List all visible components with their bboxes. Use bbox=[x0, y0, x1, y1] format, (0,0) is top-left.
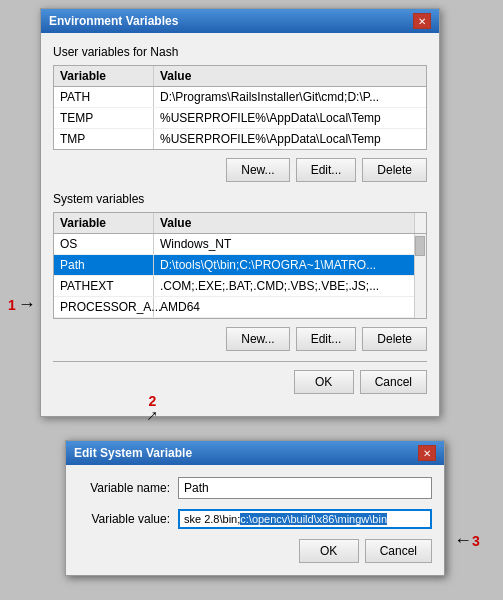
env-dialog-title: Environment Variables bbox=[49, 14, 178, 28]
variable-name-label: Variable name: bbox=[78, 481, 178, 495]
system-var-row-pathext[interactable]: PATHEXT .COM;.EXE;.BAT;.CMD;.VBS;.VBE;.J… bbox=[54, 276, 426, 297]
user-var-value-path: D:\Programs\RailsInstaller\Git\cmd;D:\P.… bbox=[154, 87, 426, 107]
user-var-name-path: PATH bbox=[54, 87, 154, 107]
annotation-1: 1 → bbox=[8, 294, 36, 315]
user-var-name-temp: TEMP bbox=[54, 108, 154, 128]
system-var-name-pathext: PATHEXT bbox=[54, 276, 154, 296]
annotation-3: ← 3 bbox=[454, 530, 480, 551]
env-dialog-body: User variables for Nash Variable Value P… bbox=[41, 33, 439, 416]
user-vars-section-label: User variables for Nash bbox=[53, 45, 427, 59]
edit-dialog-buttons: OK Cancel bbox=[78, 539, 432, 563]
user-vars-button-row: New... Edit... Delete bbox=[53, 158, 427, 182]
edit-ok-button[interactable]: OK bbox=[299, 539, 359, 563]
edit-system-var-dialog: Edit System Variable ✕ Variable name: Va… bbox=[65, 440, 445, 576]
edit-dialog-title: Edit System Variable bbox=[74, 446, 192, 460]
env-ok-button[interactable]: OK bbox=[294, 370, 354, 394]
scrollbar-thumb[interactable] bbox=[415, 236, 425, 256]
system-vars-section-label: System variables bbox=[53, 192, 427, 206]
user-delete-button[interactable]: Delete bbox=[362, 158, 427, 182]
system-var-row-path[interactable]: Path D:\tools\Qt\bin;C:\PROGRA~1\MATRO..… bbox=[54, 255, 426, 276]
edit-dialog-close-button[interactable]: ✕ bbox=[418, 445, 436, 461]
system-var-row-os[interactable]: OS Windows_NT bbox=[54, 234, 426, 255]
variable-name-input[interactable] bbox=[178, 477, 432, 499]
env-dialog-close-button[interactable]: ✕ bbox=[413, 13, 431, 29]
edit-cancel-button[interactable]: Cancel bbox=[365, 539, 432, 563]
variable-name-row: Variable name: bbox=[78, 477, 432, 499]
system-var-col-header: Variable bbox=[54, 213, 154, 233]
system-var-name-os: OS bbox=[54, 234, 154, 254]
system-var-name-processor: PROCESSOR_A... bbox=[54, 297, 154, 317]
user-var-col-header: Variable bbox=[54, 66, 154, 86]
env-dialog-bottom-buttons: OK Cancel bbox=[53, 370, 427, 394]
system-vars-scrollbar[interactable] bbox=[414, 234, 426, 318]
annotation-1-arrow: → bbox=[18, 294, 36, 315]
annotation-3-arrow: ← bbox=[454, 530, 472, 551]
user-new-button[interactable]: New... bbox=[226, 158, 289, 182]
system-var-value-os: Windows_NT bbox=[154, 234, 426, 254]
user-val-col-header: Value bbox=[154, 66, 426, 86]
scrollbar-spacer bbox=[414, 213, 426, 233]
user-var-name-tmp: TMP bbox=[54, 129, 154, 149]
system-vars-header: Variable Value bbox=[54, 213, 426, 234]
user-var-row-temp[interactable]: TEMP %USERPROFILE%\AppData\Local\Temp bbox=[54, 108, 426, 129]
edit-dialog-body: Variable name: Variable value: ske 2.8\b… bbox=[66, 465, 444, 575]
value-selected-text: c:\opencv\build\x86\mingw\bin bbox=[240, 513, 387, 525]
variable-value-label: Variable value: bbox=[78, 512, 178, 526]
user-var-row-path[interactable]: PATH D:\Programs\RailsInstaller\Git\cmd;… bbox=[54, 87, 426, 108]
user-vars-table: Variable Value PATH D:\Programs\RailsIns… bbox=[53, 65, 427, 150]
system-var-name-path: Path bbox=[54, 255, 154, 275]
annotation-1-label: 1 bbox=[8, 297, 16, 313]
variable-value-input[interactable]: ske 2.8\bin;c:\opencv\build\x86\mingw\bi… bbox=[178, 509, 432, 529]
user-vars-header: Variable Value bbox=[54, 66, 426, 87]
env-variables-dialog: Environment Variables ✕ User variables f… bbox=[40, 8, 440, 417]
system-new-button[interactable]: New... bbox=[226, 327, 289, 351]
user-edit-button[interactable]: Edit... bbox=[296, 158, 357, 182]
system-var-value-processor: AMD64 bbox=[154, 297, 426, 317]
system-var-row-processor[interactable]: PROCESSOR_A... AMD64 bbox=[54, 297, 426, 318]
system-vars-rows-container: OS Windows_NT Path D:\tools\Qt\bin;C:\PR… bbox=[54, 234, 426, 318]
system-vars-table: Variable Value OS Windows_NT Path D:\too… bbox=[53, 212, 427, 319]
system-vars-button-row: New... Edit... Delete bbox=[53, 327, 427, 351]
system-var-value-path: D:\tools\Qt\bin;C:\PROGRA~1\MATRO... bbox=[154, 255, 426, 275]
annotation-3-label: 3 bbox=[472, 533, 480, 549]
system-val-col-header: Value bbox=[154, 213, 414, 233]
variable-value-row: Variable value: ske 2.8\bin;c:\opencv\bu… bbox=[78, 509, 432, 529]
env-dialog-titlebar: Environment Variables ✕ bbox=[41, 9, 439, 33]
dialog-divider bbox=[53, 361, 427, 362]
edit-dialog-titlebar: Edit System Variable ✕ bbox=[66, 441, 444, 465]
annotation-2: 2 ↑ bbox=[148, 393, 157, 426]
value-prefix: ske 2.8\bin; bbox=[184, 513, 240, 525]
user-var-value-temp: %USERPROFILE%\AppData\Local\Temp bbox=[154, 108, 426, 128]
env-cancel-button[interactable]: Cancel bbox=[360, 370, 427, 394]
system-edit-button[interactable]: Edit... bbox=[296, 327, 357, 351]
system-var-value-pathext: .COM;.EXE;.BAT;.CMD;.VBS;.VBE;.JS;... bbox=[154, 276, 426, 296]
user-var-value-tmp: %USERPROFILE%\AppData\Local\Temp bbox=[154, 129, 426, 149]
system-delete-button[interactable]: Delete bbox=[362, 327, 427, 351]
user-var-row-tmp[interactable]: TMP %USERPROFILE%\AppData\Local\Temp bbox=[54, 129, 426, 149]
